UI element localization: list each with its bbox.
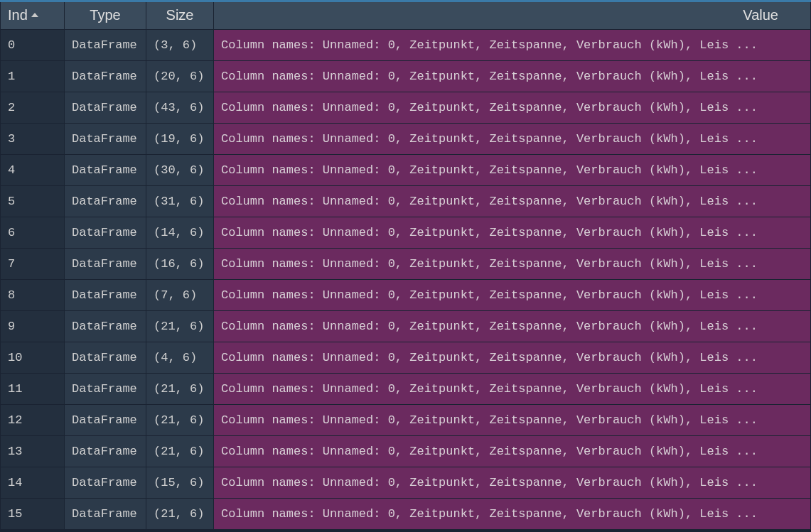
table-row[interactable]: 2DataFrame(43, 6)Column names: Unnamed: …: [1, 92, 811, 123]
table-row[interactable]: 4DataFrame(30, 6)Column names: Unnamed: …: [1, 154, 811, 185]
cell-value: Column names: Unnamed: 0, Zeitpunkt, Zei…: [214, 435, 811, 467]
cell-index: 10: [1, 342, 65, 373]
cell-type: DataFrame: [65, 404, 146, 435]
cell-type: DataFrame: [65, 310, 146, 342]
table-row[interactable]: 14DataFrame(15, 6)Column names: Unnamed:…: [1, 467, 811, 498]
cell-size: (21, 6): [146, 404, 214, 435]
table-row[interactable]: 0DataFrame(3, 6)Column names: Unnamed: 0…: [1, 29, 811, 60]
cell-type: DataFrame: [65, 248, 146, 279]
header-row: Ind Type Size: [1, 2, 811, 29]
cell-type: DataFrame: [65, 279, 146, 310]
table-body: 0DataFrame(3, 6)Column names: Unnamed: 0…: [1, 29, 811, 529]
cell-value: Column names: Unnamed: 0, Zeitpunkt, Zei…: [214, 92, 811, 123]
cell-value: Column names: Unnamed: 0, Zeitpunkt, Zei…: [214, 185, 811, 217]
cell-value: Column names: Unnamed: 0, Zeitpunkt, Zei…: [214, 342, 811, 373]
cell-value: Column names: Unnamed: 0, Zeitpunkt, Zei…: [214, 310, 811, 342]
cell-index: 9: [1, 310, 65, 342]
cell-index: 2: [1, 92, 65, 123]
cell-index: 5: [1, 185, 65, 217]
table-row[interactable]: 12DataFrame(21, 6)Column names: Unnamed:…: [1, 404, 811, 435]
sort-ascending-icon: [31, 11, 39, 21]
cell-index: 1: [1, 60, 65, 92]
table-row[interactable]: 1DataFrame(20, 6)Column names: Unnamed: …: [1, 60, 811, 92]
cell-size: (16, 6): [146, 248, 214, 279]
cell-value: Column names: Unnamed: 0, Zeitpunkt, Zei…: [214, 154, 811, 185]
column-header-index[interactable]: Ind: [1, 2, 65, 29]
cell-size: (21, 6): [146, 498, 214, 529]
cell-size: (43, 6): [146, 92, 214, 123]
cell-size: (31, 6): [146, 185, 214, 217]
cell-type: DataFrame: [65, 498, 146, 529]
cell-size: (15, 6): [146, 467, 214, 498]
cell-value: Column names: Unnamed: 0, Zeitpunkt, Zei…: [214, 29, 811, 60]
cell-type: DataFrame: [65, 92, 146, 123]
table-row[interactable]: 13DataFrame(21, 6)Column names: Unnamed:…: [1, 435, 811, 467]
column-header-type[interactable]: Type: [65, 2, 146, 29]
cell-index: 14: [1, 467, 65, 498]
column-header-type-label: Type: [90, 7, 120, 23]
cell-type: DataFrame: [65, 467, 146, 498]
cell-value: Column names: Unnamed: 0, Zeitpunkt, Zei…: [214, 279, 811, 310]
cell-type: DataFrame: [65, 154, 146, 185]
cell-index: 3: [1, 123, 65, 154]
cell-size: (4, 6): [146, 342, 214, 373]
table-row[interactable]: 3DataFrame(19, 6)Column names: Unnamed: …: [1, 123, 811, 154]
cell-size: (7, 6): [146, 279, 214, 310]
table-row[interactable]: 7DataFrame(16, 6)Column names: Unnamed: …: [1, 248, 811, 279]
cell-type: DataFrame: [65, 29, 146, 60]
cell-size: (14, 6): [146, 217, 214, 248]
cell-type: DataFrame: [65, 342, 146, 373]
cell-index: 6: [1, 217, 65, 248]
column-header-size-label: Size: [166, 7, 194, 23]
cell-type: DataFrame: [65, 185, 146, 217]
cell-index: 4: [1, 154, 65, 185]
cell-value: Column names: Unnamed: 0, Zeitpunkt, Zei…: [214, 467, 811, 498]
variable-explorer: Ind Type Size: [0, 0, 811, 532]
cell-size: (21, 6): [146, 435, 214, 467]
table-row[interactable]: 15DataFrame(21, 6)Column names: Unnamed:…: [1, 498, 811, 529]
cell-type: DataFrame: [65, 60, 146, 92]
cell-index: 0: [1, 29, 65, 60]
cell-index: 15: [1, 498, 65, 529]
cell-index: 7: [1, 248, 65, 279]
cell-index: 11: [1, 373, 65, 404]
data-table: Ind Type Size: [0, 2, 811, 530]
cell-value: Column names: Unnamed: 0, Zeitpunkt, Zei…: [214, 123, 811, 154]
table-row[interactable]: 6DataFrame(14, 6)Column names: Unnamed: …: [1, 217, 811, 248]
table-row[interactable]: 10DataFrame(4, 6)Column names: Unnamed: …: [1, 342, 811, 373]
table-row[interactable]: 11DataFrame(21, 6)Column names: Unnamed:…: [1, 373, 811, 404]
table-row[interactable]: 8DataFrame(7, 6)Column names: Unnamed: 0…: [1, 279, 811, 310]
table-row[interactable]: 9DataFrame(21, 6)Column names: Unnamed: …: [1, 310, 811, 342]
cell-type: DataFrame: [65, 435, 146, 467]
column-header-index-label: Ind: [8, 7, 28, 23]
cell-value: Column names: Unnamed: 0, Zeitpunkt, Zei…: [214, 404, 811, 435]
cell-value: Column names: Unnamed: 0, Zeitpunkt, Zei…: [214, 217, 811, 248]
cell-index: 12: [1, 404, 65, 435]
cell-index: 13: [1, 435, 65, 467]
table-row[interactable]: 5DataFrame(31, 6)Column names: Unnamed: …: [1, 185, 811, 217]
cell-size: (3, 6): [146, 29, 214, 60]
column-header-size[interactable]: Size: [146, 2, 214, 29]
column-header-value[interactable]: Value: [214, 2, 811, 29]
cell-value: Column names: Unnamed: 0, Zeitpunkt, Zei…: [214, 248, 811, 279]
column-header-value-label: Value: [743, 7, 778, 23]
cell-value: Column names: Unnamed: 0, Zeitpunkt, Zei…: [214, 60, 811, 92]
cell-size: (20, 6): [146, 60, 214, 92]
cell-size: (21, 6): [146, 373, 214, 404]
cell-size: (30, 6): [146, 154, 214, 185]
cell-size: (21, 6): [146, 310, 214, 342]
cell-type: DataFrame: [65, 123, 146, 154]
cell-value: Column names: Unnamed: 0, Zeitpunkt, Zei…: [214, 498, 811, 529]
cell-index: 8: [1, 279, 65, 310]
cell-value: Column names: Unnamed: 0, Zeitpunkt, Zei…: [214, 373, 811, 404]
cell-type: DataFrame: [65, 217, 146, 248]
cell-type: DataFrame: [65, 373, 146, 404]
cell-size: (19, 6): [146, 123, 214, 154]
